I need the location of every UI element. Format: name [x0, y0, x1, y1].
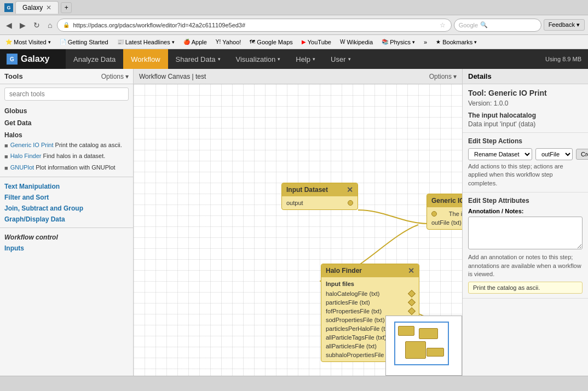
sidebar-item-globus[interactable]: Globus	[0, 104, 133, 116]
create-action-button[interactable]: Create	[576, 149, 588, 160]
bookmark-getting-started[interactable]: 📄 Getting Started	[56, 38, 112, 46]
port-row-fof: fofPropertiesFile (txt)	[326, 307, 414, 316]
search-tools-input[interactable]	[4, 87, 129, 101]
port-particles-connector[interactable]	[408, 299, 416, 306]
sidebar-item-inputs[interactable]: Inputs	[0, 242, 133, 253]
tool-link-generic-io-print[interactable]: Generic IO Print	[10, 142, 54, 148]
node-halo-finder-close-icon[interactable]: ✕	[408, 266, 414, 275]
port-output-label: output	[286, 200, 303, 206]
left-sidebar: Tools Options ▾ Globus Get Data Halos ■ …	[0, 69, 134, 376]
outfile-select[interactable]: outFile	[535, 148, 573, 160]
rename-dataset-select[interactable]: Rename Dataset	[468, 148, 532, 160]
back-button[interactable]: ◀	[3, 19, 15, 31]
bookmark-label: Getting Started	[68, 39, 108, 45]
address-bar[interactable]: 🔒 https://pdacs.org/pdacs/workflow/edito…	[57, 19, 451, 32]
nav-user[interactable]: User ▾	[323, 49, 358, 69]
canvas-title: Workflow Canvas | test	[139, 73, 206, 80]
tool-item-generic-io: ■ Generic IO Print Print the catalog as …	[0, 140, 133, 151]
google-maps-icon: 🗺	[250, 39, 255, 45]
search-bar[interactable]: Google 🔍	[454, 19, 541, 32]
new-tab-button[interactable]: +	[61, 2, 72, 13]
port-input-halocatalog-connector[interactable]	[431, 211, 437, 217]
sidebar-item-graph-display[interactable]: Graph/Display Data	[0, 213, 133, 224]
tab-close-icon[interactable]: ✕	[46, 4, 51, 11]
nav-analyze[interactable]: Analyze Data	[66, 49, 123, 69]
galaxy-logo-text: Galaxy	[21, 54, 49, 64]
sidebar-item-join-subtract-group[interactable]: Join, Subtract and Group	[0, 202, 133, 213]
sidebar-item-workflow-control[interactable]: Workflow control	[0, 231, 133, 242]
bookmark-youtube[interactable]: ▶ YouTube	[298, 38, 335, 46]
sidebar-item-halos[interactable]: Halos	[0, 128, 133, 140]
port-label: particlesPerHaloFile (txt)	[326, 325, 391, 332]
url-text: https://pdacs.org/pdacs/workflow/editor?…	[73, 22, 436, 28]
bookmark-google-maps[interactable]: 🗺 Google Maps	[246, 38, 296, 46]
nav-workflow[interactable]: Workflow	[123, 49, 168, 69]
details-version: Version: 1.0.0	[468, 100, 583, 107]
port-output-connector[interactable]	[348, 200, 353, 206]
port-row-particles: particlesFile (txt)	[326, 298, 414, 307]
bookmark-wikipedia[interactable]: W Wikipedia	[337, 38, 376, 46]
nav-shared-data[interactable]: Shared Data ▾	[168, 49, 228, 69]
node-input-dataset[interactable]: Input Dataset ✕ output	[281, 183, 358, 210]
refresh-button[interactable]: ↻	[31, 19, 43, 31]
youtube-icon: ▶	[302, 39, 306, 45]
sidebar-toolbar: Tools Options ▾	[0, 69, 133, 84]
canvas-options-button[interactable]: Options ▾	[429, 73, 457, 80]
canvas-options-arrow-icon: ▾	[453, 73, 457, 80]
feedback-button[interactable]: Feedback ▾	[544, 19, 585, 31]
home-button[interactable]: ⌂	[45, 19, 55, 31]
bookmark-latest-headlines[interactable]: 📰 Latest Headlines ▾	[114, 38, 178, 46]
browser-tab[interactable]: Galaxy ✕	[15, 1, 59, 14]
search-placeholder: Google	[459, 22, 478, 28]
halo-finder-section-label: Input files	[326, 279, 414, 289]
port-halo-catalog-connector[interactable]	[408, 290, 416, 297]
canvas-main[interactable]: Input Dataset ✕ output Generic IO Print …	[134, 84, 462, 376]
bookmark-physics[interactable]: 📚 Physics ▾	[378, 38, 418, 46]
sidebar-item-filter-sort[interactable]: Filter and Sort	[0, 191, 133, 202]
canvas-toolbar: Workflow Canvas | test Options ▾	[134, 69, 462, 84]
port-label: fofPropertiesFile (txt)	[326, 308, 382, 314]
bookmark-arrow-icon: ▾	[474, 39, 477, 45]
node-input-dataset-close-icon[interactable]: ✕	[347, 185, 353, 194]
sidebar-options-button[interactable]: Options ▾	[101, 73, 129, 80]
tool-link-gnuplot[interactable]: GNUPlot	[10, 164, 34, 171]
nav-help[interactable]: Help ▾	[288, 49, 323, 69]
tool-link-halo-finder[interactable]: Halo Finder	[10, 153, 42, 159]
node-halo-finder-header: Halo Finder ✕	[321, 264, 419, 277]
right-sidebar: Details Tool: Generic IO Print Version: …	[462, 69, 588, 376]
minimap[interactable]	[385, 316, 462, 376]
nav-visualization[interactable]: Visualization ▾	[228, 49, 289, 69]
details-tool-name: Tool: Generic IO Print	[468, 89, 583, 97]
node-input-dataset-body: output	[282, 196, 358, 209]
bookmark-more[interactable]: »	[420, 38, 430, 46]
sidebar-item-get-data[interactable]: Get Data	[0, 116, 133, 128]
details-input-section-desc: Data input 'input' (data)	[468, 120, 583, 128]
port-row-halo-catalog: haloCatelogFile (txt)	[326, 289, 414, 298]
tool-desc-gnuplot: Plot information with GNUPlot	[36, 164, 116, 171]
port-input-halocatalog-label: The input halocatalog	[449, 211, 462, 217]
galaxy-logo[interactable]: G Galaxy	[0, 49, 66, 69]
node-generic-io-print[interactable]: Generic IO Print ✕ The input halocatalog…	[426, 194, 462, 230]
bookmark-label: Physics	[390, 39, 411, 45]
port-label: sodPropertiesFile (txt)	[326, 317, 385, 323]
bookmark-apple[interactable]: 🍎 Apple	[180, 38, 210, 46]
bookmark-label: Latest Headlines	[125, 39, 170, 45]
sidebar-item-text-manipulation[interactable]: Text Manipulation	[0, 180, 133, 191]
bookmark-label: YouTube	[308, 39, 331, 45]
annotation-label: Annotation / Notes:	[468, 208, 583, 214]
visualization-arrow-icon: ▾	[278, 56, 280, 62]
bookmark-most-visited[interactable]: ⭐ Most Visited ▾	[2, 38, 54, 46]
annotation-textarea[interactable]	[468, 217, 583, 249]
port-label: particlesFile (txt)	[326, 299, 370, 306]
user-arrow-icon: ▾	[348, 56, 351, 62]
forward-button[interactable]: ▶	[17, 19, 28, 31]
step-actions-row: Rename Dataset outFile Create	[468, 148, 583, 160]
details-input-section-title: The input halocatalog	[468, 112, 583, 119]
browser-nav-bar: ◀ ▶ ↻ ⌂ 🔒 https://pdacs.org/pdacs/workfl…	[0, 15, 588, 35]
minimap-node-input-dataset	[398, 326, 414, 336]
port-fof-connector[interactable]	[408, 307, 416, 315]
shared-data-arrow-icon: ▾	[218, 56, 221, 62]
tool-item-halo-finder: ■ Halo Finder Find halos in a dataset.	[0, 151, 133, 162]
bookmark-bookmarks[interactable]: ★ Bookmarks ▾	[433, 38, 480, 46]
bookmark-yahoo[interactable]: Y! Yahoo!	[212, 38, 245, 46]
